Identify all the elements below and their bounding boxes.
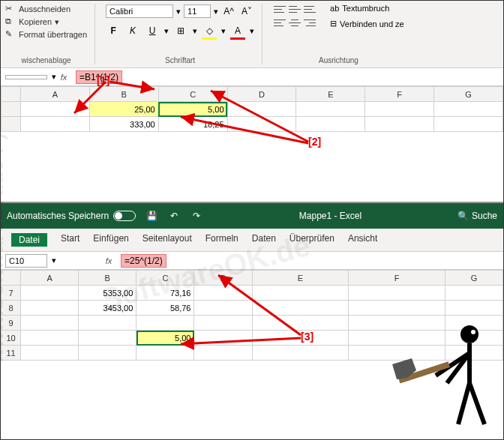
select-all-corner[interactable] <box>2 271 21 286</box>
undo-icon[interactable]: ↶ <box>167 209 181 223</box>
tab-start[interactable]: Start <box>61 233 80 247</box>
cell[interactable] <box>194 316 252 331</box>
cell-b8[interactable]: 3453,00 <box>79 301 136 316</box>
cell[interactable] <box>21 316 79 331</box>
format-painter-button[interactable]: ✎ Format übertragen <box>5 29 87 40</box>
fx-icon[interactable]: fx <box>56 73 71 82</box>
cell[interactable] <box>194 301 252 316</box>
cell[interactable] <box>349 346 446 361</box>
cell[interactable] <box>194 346 252 361</box>
select-all-corner[interactable] <box>2 87 21 102</box>
italic-button[interactable]: K <box>125 23 140 38</box>
tab-data[interactable]: Daten <box>252 233 276 247</box>
col-header[interactable]: C <box>136 271 194 286</box>
col-header[interactable]: D <box>194 271 252 286</box>
col-header[interactable]: F <box>365 87 434 102</box>
bold-button[interactable]: F <box>106 23 121 38</box>
cell[interactable] <box>365 102 434 117</box>
align-right-button[interactable] <box>303 17 316 28</box>
tab-insert[interactable]: Einfügen <box>93 233 128 247</box>
row-header[interactable]: 10 <box>2 331 21 346</box>
col-header[interactable]: E <box>252 271 349 286</box>
cell[interactable] <box>194 331 252 346</box>
cell[interactable] <box>296 102 365 117</box>
name-box[interactable]: C10 <box>5 254 47 268</box>
fill-color-button[interactable]: ◇ <box>202 23 217 38</box>
cell[interactable] <box>252 316 349 331</box>
cell-c8[interactable]: 58,76 <box>136 301 194 316</box>
cell-c10[interactable]: 5,00 <box>136 331 194 346</box>
cell[interactable] <box>21 331 79 346</box>
chevron-down-icon[interactable]: ▾ <box>193 26 197 36</box>
cell[interactable] <box>252 286 349 301</box>
cell[interactable] <box>21 286 79 301</box>
cell[interactable] <box>21 117 90 132</box>
cell[interactable] <box>21 346 79 361</box>
cell[interactable] <box>252 331 349 346</box>
align-left-button[interactable] <box>273 17 286 28</box>
tab-view[interactable]: Ansicht <box>348 233 377 247</box>
cell[interactable] <box>434 117 503 132</box>
font-size-select[interactable]: 11 <box>184 4 211 18</box>
col-header[interactable]: A <box>21 271 79 286</box>
autosave-toggle[interactable]: Automatisches Speichern <box>7 211 136 221</box>
spreadsheet-grid[interactable]: A B C D E F G 7 5353,00 73,16 8 3453,00 … <box>1 270 503 361</box>
cell[interactable] <box>445 331 502 346</box>
chevron-down-icon[interactable]: ▾ <box>176 7 181 16</box>
cell[interactable] <box>79 316 136 331</box>
cell[interactable] <box>349 286 446 301</box>
col-header[interactable]: G <box>434 87 503 102</box>
align-middle-button[interactable] <box>288 4 302 14</box>
col-header[interactable]: B <box>89 87 158 102</box>
cell[interactable] <box>252 301 349 316</box>
spreadsheet-grid[interactable]: A B C D E F G 25,00 5,00 333 <box>1 86 503 132</box>
formula-input[interactable]: =25^(1/2) <box>116 253 503 269</box>
cell[interactable] <box>445 316 502 331</box>
align-center-button[interactable] <box>288 17 302 28</box>
cell-b2[interactable]: 333,00 <box>89 117 158 132</box>
cell-b1[interactable]: 25,00 <box>89 102 158 117</box>
cell[interactable] <box>136 346 194 361</box>
redo-icon[interactable]: ↷ <box>190 209 203 223</box>
cell-b7[interactable]: 5353,00 <box>79 286 136 301</box>
cell[interactable] <box>445 346 502 361</box>
cell[interactable] <box>365 117 434 132</box>
col-header[interactable]: E <box>296 87 365 102</box>
align-bottom-button[interactable] <box>303 4 316 14</box>
chevron-down-icon[interactable]: ▾ <box>221 26 226 36</box>
cell[interactable] <box>21 102 90 117</box>
cell[interactable] <box>194 286 252 301</box>
row-header[interactable]: 11 <box>2 346 21 361</box>
tab-file[interactable]: Datei <box>11 233 47 247</box>
copy-button[interactable]: ⧉ Kopieren ▾ <box>5 16 87 27</box>
toggle-switch[interactable] <box>113 211 136 221</box>
font-color-button[interactable]: A <box>230 23 245 38</box>
cell[interactable] <box>227 117 296 132</box>
tab-review[interactable]: Überprüfen <box>290 233 334 247</box>
cell[interactable] <box>79 346 136 361</box>
increase-font-icon[interactable]: A^ <box>221 4 236 19</box>
row-header[interactable] <box>2 102 21 117</box>
cell[interactable] <box>434 102 503 117</box>
row-header[interactable]: 9 <box>2 316 21 331</box>
font-name-select[interactable]: Calibri <box>106 4 173 18</box>
row-header[interactable]: 7 <box>2 286 21 301</box>
cell-c7[interactable]: 73,16 <box>136 286 194 301</box>
cell[interactable] <box>21 301 79 316</box>
save-icon[interactable]: 💾 <box>145 209 158 223</box>
col-header[interactable]: A <box>21 87 90 102</box>
cell[interactable] <box>349 331 446 346</box>
row-header[interactable] <box>2 117 21 132</box>
cell[interactable] <box>445 301 502 316</box>
merge-button[interactable]: ⊟ Verbinden und ze <box>330 19 404 28</box>
underline-button[interactable]: U <box>145 23 160 38</box>
chevron-down-icon[interactable]: ▾ <box>214 7 218 16</box>
col-header[interactable]: F <box>349 271 446 286</box>
chevron-down-icon[interactable]: ▾ <box>250 26 254 36</box>
col-header[interactable]: D <box>227 87 296 102</box>
cell[interactable] <box>349 301 446 316</box>
cell[interactable] <box>445 286 502 301</box>
col-header[interactable]: G <box>445 271 502 286</box>
cell-c2[interactable]: 18,25 <box>158 117 227 132</box>
chevron-down-icon[interactable]: ▾ <box>164 26 169 36</box>
